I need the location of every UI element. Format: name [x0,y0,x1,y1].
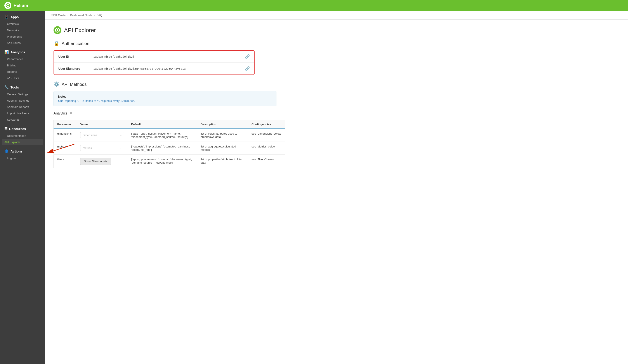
user-sig-link-icon[interactable]: 🔗 [245,66,250,71]
sidebar-item-placements[interactable]: Placements [0,33,45,40]
sidebar-section-tools: 🔧 Tools [0,81,45,91]
phone-icon: 📱 [4,15,9,19]
sidebar-item-performance[interactable]: Performance [0,56,45,62]
page-title-icon-inner [55,28,60,33]
metrics-select[interactable]: metrics [80,145,124,151]
app-title: Helium [13,3,28,8]
chevron-down-icon: ▼ [69,111,73,115]
analytics-label: Analytics [54,111,68,115]
breadcrumb-sdk-guide[interactable]: SDK Guide [51,13,66,17]
page-title-icon [54,26,61,34]
sidebar-item-bidding[interactable]: Bidding [0,62,45,69]
param-metrics: metrics [54,142,77,155]
sidebar-section-apps: 📱 Apps [0,11,45,21]
api-methods-title: API Methods [62,82,87,87]
param-filters: filters [54,155,77,168]
sidebar-item-documentation[interactable]: Documentation [0,133,45,139]
person-icon: 👤 [4,149,9,153]
cont-dimensions: see 'Dimensions' below [248,129,285,142]
logo[interactable]: Helium [4,2,28,9]
logo-circle [4,2,11,9]
sidebar-item-general-settings[interactable]: General Settings [0,91,45,97]
table-row: filters Show filters Inputs ['apps', 'pl… [54,155,285,168]
value-metrics: metrics [77,142,128,155]
sidebar-item-abtests[interactable]: A/B Tests [0,75,45,81]
breadcrumb-dashboard-guide[interactable]: Dashboard Guide [70,13,92,17]
api-methods-section: ⚙️ API Methods Note: Our Reporting API i… [54,81,619,168]
default-filters: ['apps', 'placements', 'country', 'place… [128,155,197,168]
note-text: Our Reporting API is limited to 40 reque… [58,99,272,102]
user-id-link-icon[interactable]: 🔗 [245,54,250,59]
topbar: Helium [0,0,628,11]
authentication-header: 🔒 Authentication [54,41,619,46]
breadcrumb-faq[interactable]: FAQ [97,13,102,17]
default-dimensions: ['date', 'app', 'helium_placement_name',… [128,129,197,142]
chart-icon: 📊 [4,50,9,54]
sidebar-section-analytics: 📊 Analytics [0,46,45,56]
sidebar: 📱 Apps Overview Networks Placements Ad G… [0,11,45,364]
th-default: Default [128,120,197,129]
api-table: Parameter Value Default Description Cont… [54,120,285,168]
wrench-icon: 🔧 [4,85,9,89]
page-title-row: API Explorer [54,26,619,34]
value-filters: Show filters Inputs [77,155,128,168]
th-parameter: Parameter [54,120,77,129]
dimensions-select[interactable]: dimensions [80,132,124,138]
authentication-title: Authentication [62,41,89,46]
list-icon: ☰ [4,127,7,131]
breadcrumb-sep-1: › [67,13,68,17]
user-sig-label: User Signature [58,67,93,70]
table-row: dimensions dimensions ['date', 'app', 'h… [54,129,285,142]
th-value: Value [77,120,128,129]
value-dimensions: dimensions [77,129,128,142]
show-filters-button[interactable]: Show filters Inputs [80,158,111,165]
desc-metrics: list of aggregated/calculated metrics [197,142,248,155]
th-contingencies: Contingencies [248,120,285,129]
th-description: Description [197,120,248,129]
logo-inner [6,3,10,8]
note-title: Note: [58,95,272,98]
sidebar-item-adomain-settings[interactable]: Adomain Settings [0,97,45,104]
dimensions-select-wrapper: dimensions [80,132,124,138]
api-methods-header: ⚙️ API Methods [54,81,619,87]
sidebar-item-overview[interactable]: Overview [0,21,45,27]
lock-icon: 🔒 [54,41,59,46]
sidebar-item-adgroups[interactable]: Ad Groups [0,40,45,46]
cont-metrics: see 'Metrics' below [248,142,285,155]
auth-box: User ID 1a2b3c4d5e6f7g8h9i0j1k2l 🔗 User … [54,50,255,75]
metrics-select-wrapper: metrics [80,145,124,151]
table-row: metrics metrics ['requests', 'impression… [54,142,285,155]
sidebar-item-logout[interactable]: Log out [0,155,45,161]
page-title: API Explorer [64,27,96,34]
auth-row-usersig: User Signature 1a2b3c4d5e6f7g8h9i0j1k2l3… [54,63,254,74]
sidebar-section-resources: ☰ Resources [0,123,45,133]
auth-row-userid: User ID 1a2b3c4d5e6f7g8h9i0j1k2l 🔗 [54,51,254,63]
sidebar-item-keywords[interactable]: Keywords [0,116,45,123]
user-sig-value: 1a2b3c4d5e6f7g8h9i0j1k2l3m4n5o6p7q8r9s0t… [93,67,245,70]
analytics-dropdown[interactable]: Analytics ▼ [54,111,619,115]
sidebar-item-reports[interactable]: Reports [0,69,45,75]
gear-icon: ⚙️ [54,81,59,87]
sidebar-item-import-line-items[interactable]: Import Line Items [0,110,45,116]
sidebar-section-actions: 👤 Actions [0,145,45,155]
sidebar-item-api-explorer[interactable]: API Explorer [2,139,43,145]
table-header-row: Parameter Value Default Description Cont… [54,120,285,129]
cont-filters: see 'Filters' below [248,155,285,168]
user-id-value: 1a2b3c4d5e6f7g8h9i0j1k2l [93,55,245,58]
default-metrics: ['requests', 'impressions', 'estimated_e… [128,142,197,155]
breadcrumb: SDK Guide › Dashboard Guide › FAQ [45,11,628,20]
sidebar-item-adomain-reports[interactable]: Adomain Reports [0,104,45,110]
param-dimensions: dimensions [54,129,77,142]
note-box: Note: Our Reporting API is limited to 40… [54,91,276,106]
user-id-label: User ID [58,55,93,58]
sidebar-item-networks[interactable]: Networks [0,27,45,33]
breadcrumb-sep-2: › [94,13,95,17]
desc-filters: list of properties/attributes to filter … [197,155,248,168]
desc-dimensions: list of fields/attributes used to breakd… [197,129,248,142]
main-content: API Explorer 🔒 Authentication User ID 1a… [45,20,628,364]
